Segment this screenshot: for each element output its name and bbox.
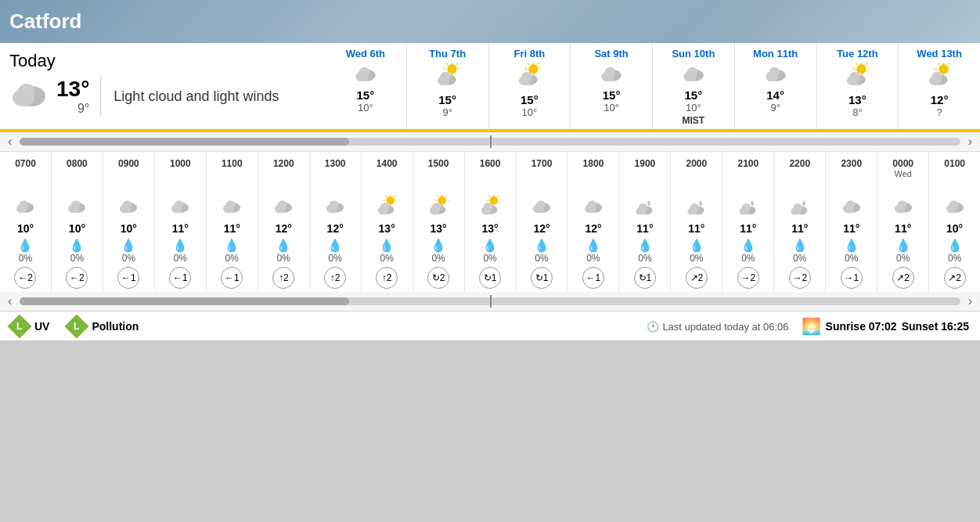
- scroll-right-arrow[interactable]: ›: [965, 135, 975, 149]
- hour-label: 1800: [569, 155, 617, 171]
- forecast-low: 10°: [656, 102, 731, 113]
- forecast-low: 10°: [574, 102, 649, 113]
- today-description: Light cloud and light winds: [113, 88, 279, 105]
- wind-arrow: ←1: [121, 272, 136, 283]
- forecast-low: 9°: [410, 106, 485, 118]
- pollution-badge-item: L Pollution: [68, 318, 139, 335]
- forecast-date: Thu 7th: [410, 48, 485, 59]
- wind-row: ↻1: [518, 267, 566, 289]
- wind-row: ↗2: [931, 267, 978, 289]
- svg-line-91: [437, 196, 438, 197]
- wind-arrow: →2: [792, 272, 807, 283]
- svg-point-114: [639, 203, 648, 211]
- last-updated: 🕐 Last updated today at 06:06: [647, 321, 788, 333]
- bottom-scroll-right[interactable]: ›: [965, 294, 975, 308]
- precip-pct: 0%: [776, 253, 823, 264]
- svg-point-25: [522, 72, 533, 81]
- wind-row: ↻1: [621, 267, 668, 289]
- wind-arrow: ←1: [173, 272, 188, 283]
- hour-label: 1200: [260, 155, 308, 171]
- scroll-left-arrow[interactable]: ‹: [5, 135, 15, 149]
- forecast-mist: MIST: [656, 115, 731, 126]
- wind-arrow: ↑2: [382, 272, 392, 283]
- hour-temp: 12°: [518, 222, 566, 235]
- svg-point-111: [588, 200, 597, 208]
- precip-pct: 0%: [827, 253, 875, 264]
- clock-icon: 🕐: [647, 321, 659, 333]
- precip-icon: 💧: [2, 238, 49, 253]
- pollution-badge: L: [65, 314, 89, 338]
- scrollbar-thumb[interactable]: [20, 138, 348, 146]
- uv-label: UV: [34, 320, 49, 333]
- precip-icon: 💧: [363, 238, 411, 253]
- hour-col-1200: 1200 - 12° 💧 0% ↑2: [258, 152, 310, 292]
- wind-row: →2: [724, 267, 772, 289]
- svg-line-81: [385, 196, 387, 197]
- hour-icon: [518, 189, 566, 221]
- hourly-section: 0700 - 10° 💧 0% ←2 0800 - 10° 💧 0% ←2: [0, 152, 980, 292]
- hour-col-2300: 2300 - 11° 💧 0% →1: [826, 152, 877, 292]
- precip-icon: 💧: [879, 238, 927, 253]
- svg-point-44: [850, 72, 861, 81]
- svg-line-22: [538, 63, 539, 65]
- precip-pct: 0%: [208, 253, 256, 264]
- precip-icon: 💧: [931, 238, 978, 253]
- wind-arrow: ↑2: [279, 272, 289, 283]
- hour-temp: 13°: [415, 222, 463, 235]
- svg-point-85: [380, 203, 390, 211]
- hour-label: 2000: [672, 155, 720, 171]
- forecast-day-5: Mon 11th 14° 9°: [735, 43, 817, 129]
- hour-icon: [260, 189, 308, 221]
- hour-temp: 11°: [208, 222, 256, 235]
- hour-label: 2100: [724, 155, 772, 171]
- wind-row: ←2: [2, 267, 49, 289]
- bottom-scroll-left[interactable]: ‹: [5, 294, 15, 308]
- wind-arrow: ↻1: [639, 272, 652, 283]
- bottom-scrollbar-track[interactable]: [20, 297, 960, 305]
- scrollbar-track[interactable]: [20, 138, 960, 146]
- precip-pct: 0%: [363, 253, 411, 264]
- sunrise-info: 🌅 Sunrise 07:02 Sunset 16:25: [802, 317, 969, 336]
- top-scrollbar[interactable]: ‹ ›: [0, 132, 980, 152]
- bottom-bar: L UV L Pollution 🕐 Last updated today at…: [0, 311, 980, 340]
- hour-temp: 10°: [2, 222, 49, 235]
- precip-icon: 💧: [776, 238, 823, 253]
- hour-icon: [105, 189, 153, 221]
- hour-label: 1000: [157, 155, 204, 171]
- wind-row: ↑2: [312, 267, 359, 289]
- forecast-low: 10°: [492, 106, 567, 118]
- hour-label: 1400: [363, 155, 411, 171]
- forecast-icon: [902, 63, 977, 92]
- hour-label: 0700: [2, 155, 49, 171]
- wind-circle: ←2: [66, 267, 88, 289]
- location-title: Catford: [9, 9, 81, 34]
- hour-col-2100: 2100 - 11° 💧 0% →2: [722, 152, 774, 292]
- wind-row: ←1: [569, 267, 617, 289]
- today-low-temp: 9°: [77, 102, 89, 116]
- forecast-day-3: Sat 9th 15° 10°: [571, 43, 653, 129]
- hour-icon: [724, 189, 772, 221]
- svg-point-75: [330, 200, 339, 208]
- today-temps: 13° 9°: [56, 77, 101, 116]
- precip-pct: 0%: [724, 253, 772, 264]
- hour-col-1400: 1400 - 13° 💧 0% ↑2: [362, 152, 413, 292]
- precip-pct: 0%: [2, 253, 49, 264]
- bottom-scrollbar-thumb[interactable]: [20, 297, 348, 305]
- svg-point-72: [278, 200, 287, 208]
- hour-icon: [879, 189, 927, 221]
- bottom-scrollbar[interactable]: ‹ ›: [0, 292, 980, 311]
- precip-pct: 0%: [312, 253, 359, 264]
- svg-line-102: [498, 196, 499, 197]
- wind-circle: ↻1: [479, 267, 501, 289]
- wind-circle: →2: [789, 267, 811, 289]
- svg-point-129: [898, 200, 907, 208]
- precip-icon: 💧: [53, 238, 101, 253]
- wind-arrow: →1: [844, 272, 859, 283]
- hour-temp: 11°: [672, 222, 720, 235]
- hourly-table: 0700 - 10° 💧 0% ←2 0800 - 10° 💧 0% ←2: [0, 152, 980, 292]
- precip-icon: 💧: [621, 238, 668, 253]
- hour-col-1500: 1500 - 13° 💧 0% ↻2: [413, 152, 465, 292]
- wind-row: ↗2: [879, 267, 927, 289]
- svg-point-2: [18, 84, 35, 99]
- svg-line-92: [446, 196, 448, 197]
